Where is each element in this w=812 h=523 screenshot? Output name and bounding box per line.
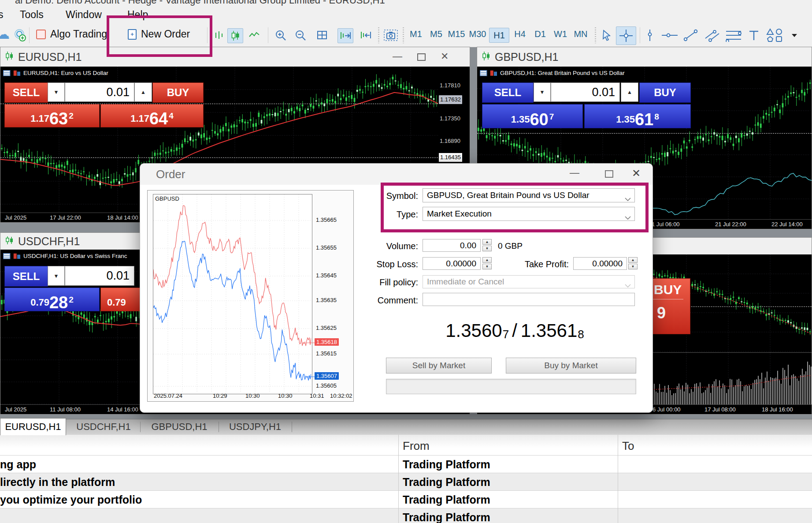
row-feature: lirectly in the platform: [0, 476, 115, 489]
eurusd-volume-input[interactable]: 0.01: [65, 82, 134, 102]
tools-dropdown-icon[interactable]: [789, 28, 800, 42]
eurusd-sell-button[interactable]: SELL: [4, 82, 48, 103]
eurusd-buy-button[interactable]: BUY: [152, 82, 204, 103]
broadcast-add-icon[interactable]: [12, 28, 27, 42]
minimize-icon[interactable]: —: [393, 51, 402, 62]
gbpusd-volume-down-button[interactable]: ▼: [534, 82, 551, 102]
cloud-icon[interactable]: ☁: [0, 26, 10, 42]
spinner-up-icon[interactable]: ▲: [628, 257, 638, 263]
vertical-line-icon[interactable]: [642, 28, 657, 42]
window-gbpusd-titlebar[interactable]: GBPUSD,H1: [477, 47, 812, 67]
spinner-down-icon[interactable]: ▼: [482, 264, 492, 269]
close-icon[interactable]: ✕: [441, 51, 449, 62]
bid-last: 2: [68, 111, 74, 127]
cursor-icon[interactable]: [599, 28, 614, 42]
timeframe-m30[interactable]: M30: [468, 29, 487, 39]
eurusd-bid-price[interactable]: 1.17 63 2: [4, 104, 100, 127]
tile-windows-icon[interactable]: [315, 28, 330, 42]
bid-big: 28: [49, 294, 68, 311]
new-order-button[interactable]: + New Order: [128, 28, 190, 40]
row-from: Trading Platform: [403, 476, 490, 489]
table-header-row: From To: [0, 435, 812, 455]
zoom-out-icon[interactable]: [293, 28, 308, 42]
algo-trading-button[interactable]: Algo Trading: [36, 28, 107, 40]
usdchf-bid-price[interactable]: 0.79 28 2: [4, 288, 100, 311]
new-order-label: New Order: [141, 28, 190, 40]
screenshot-icon[interactable]: [382, 28, 399, 42]
gbpusd-bid-price[interactable]: 1.35 60 7: [482, 104, 583, 128]
maximize-icon[interactable]: [605, 170, 613, 178]
bar-chart-icon[interactable]: [211, 28, 226, 42]
close-icon[interactable]: ✕: [632, 167, 641, 179]
axis-label: Jul 2025: [5, 406, 26, 413]
gbpusd-volume-input[interactable]: 0.01: [551, 82, 620, 102]
bid-prefix: 1.35: [511, 114, 530, 128]
minimize-icon[interactable]: —: [570, 167, 579, 179]
stop-loss-input[interactable]: 0.00000: [423, 257, 481, 270]
spinner-up-icon[interactable]: ▲: [482, 239, 492, 245]
comment-input[interactable]: [423, 293, 635, 306]
toolbar-separator: [268, 27, 268, 43]
eurusd-ask-price[interactable]: 1.17 64 4: [100, 104, 204, 127]
tab-usdjpy[interactable]: USDJPY,H1: [220, 419, 290, 435]
gbpusd-buy-button[interactable]: BUY: [639, 82, 691, 103]
buy-by-market-button[interactable]: Buy by Market: [506, 358, 636, 374]
channel-icon[interactable]: [703, 28, 722, 42]
axis-label: 22 Jul 14:00: [771, 221, 803, 228]
text-tool-icon[interactable]: [746, 28, 761, 42]
usdchf-sell-button[interactable]: SELL: [4, 266, 48, 287]
timeframe-m15[interactable]: M15: [447, 29, 466, 39]
horizontal-line-icon[interactable]: [660, 28, 679, 42]
fibonacci-icon[interactable]: [724, 28, 744, 42]
auto-scroll-icon[interactable]: [337, 28, 353, 43]
axis-label: 6 Jul 00:00: [653, 406, 681, 413]
crosshair-icon[interactable]: [616, 26, 636, 45]
volume-input[interactable]: 0.00: [423, 239, 481, 252]
gbpusd-ask-price[interactable]: 1.35 61 8: [584, 104, 691, 128]
trendline-icon[interactable]: [682, 28, 700, 42]
tick-chart-panel: GBPUSD 1.35665 1.35655 1.35645 1.35635 1…: [147, 190, 354, 402]
tab-usdchf[interactable]: USDCHF,H1: [69, 419, 138, 435]
fill-policy-select[interactable]: Immediate or Cancel: [423, 275, 635, 288]
axis-label: Jul 2025: [5, 214, 26, 221]
menu-item-window[interactable]: Window: [66, 9, 102, 21]
eurusd-volume-up-button[interactable]: ▲: [134, 82, 152, 102]
type-select[interactable]: Market Execution: [423, 207, 635, 221]
eurusd-volume-down-button[interactable]: ▼: [48, 82, 65, 102]
spinner-up-icon[interactable]: ▲: [482, 257, 492, 263]
timeframe-mn[interactable]: MN: [571, 29, 590, 39]
order-dialog-titlebar[interactable]: Order — ✕: [140, 164, 653, 185]
timeframe-d1[interactable]: D1: [530, 29, 550, 39]
zoom-in-icon[interactable]: [273, 28, 288, 42]
tick-axis-label: 10:31: [310, 392, 324, 399]
take-profit-input[interactable]: 0.00000: [573, 257, 627, 270]
shapes-icon[interactable]: [765, 28, 785, 42]
profile-icon: [490, 70, 497, 76]
timeframe-h1[interactable]: H1: [489, 28, 509, 43]
axis-label: 14 Jul 16:00: [107, 406, 138, 413]
timeframe-m5[interactable]: M5: [426, 29, 446, 39]
gbpusd-volume-up-button[interactable]: ▲: [621, 82, 638, 102]
window-gbpusd-title: GBPUSD,H1: [495, 51, 558, 64]
gbpusd-sell-button[interactable]: SELL: [482, 82, 534, 103]
usdchf-volume-down-button[interactable]: ▼: [48, 266, 65, 286]
sell-by-market-button[interactable]: Sell by Market: [386, 358, 492, 374]
symbol-select[interactable]: GBPUSD, Great Britain Pound vs US Dollar: [423, 188, 635, 202]
comment-label: Comment:: [352, 295, 418, 306]
chart-shift-icon[interactable]: [357, 28, 372, 42]
timeframe-m1[interactable]: M1: [406, 29, 426, 39]
spinner-down-icon[interactable]: ▼: [628, 264, 638, 269]
usdchf-volume-input[interactable]: 0.01: [65, 266, 134, 286]
tick-scale-label: 1.35655: [316, 244, 351, 252]
spinner-down-icon[interactable]: ▼: [482, 246, 492, 251]
tab-gbpusd[interactable]: GBPUSD,H1: [142, 419, 217, 435]
candlestick-chart-icon[interactable]: [227, 28, 243, 43]
menu-item-fragment[interactable]: s: [0, 9, 4, 21]
menu-item-help[interactable]: Help: [127, 9, 148, 21]
maximize-icon[interactable]: [417, 53, 426, 61]
menu-item-tools[interactable]: Tools: [20, 9, 44, 21]
line-chart-icon[interactable]: [247, 28, 262, 42]
timeframe-w1[interactable]: W1: [551, 29, 570, 39]
tab-eurusd[interactable]: EURUSD,H1: [0, 418, 66, 435]
timeframe-h4[interactable]: H4: [510, 29, 530, 39]
